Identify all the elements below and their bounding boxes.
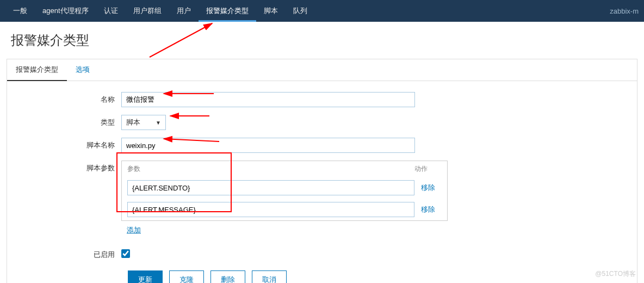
add-param-link[interactable]: 添加: [121, 221, 146, 239]
nav-item-media-types[interactable]: 报警媒介类型: [199, 0, 256, 22]
param-remove-link-0[interactable]: 移除: [421, 183, 442, 193]
param-remove-link-1[interactable]: 移除: [421, 205, 442, 214]
nav-item-scripts[interactable]: 脚本: [256, 0, 286, 22]
nav-hostname: zabbix-m: [610, 7, 639, 15]
tabs-bar: 报警媒介类型 选项: [7, 59, 637, 81]
form-area: 名称 类型 脚本 ▼ 脚本名称 脚本参数: [7, 81, 637, 283]
params-header-action: 动作: [414, 164, 442, 174]
watermark: @51CTO博客: [595, 269, 636, 279]
update-button[interactable]: 更新: [128, 270, 163, 283]
nav-item-users[interactable]: 用户: [169, 0, 199, 22]
content-panel: 报警媒介类型 选项 名称 类型 脚本 ▼ 脚本名称: [7, 59, 637, 283]
script-params-label: 脚本参数: [7, 161, 121, 173]
script-name-label: 脚本名称: [7, 138, 121, 150]
button-row: 更新 克隆 删除 取消: [128, 270, 637, 283]
name-input[interactable]: [121, 92, 415, 107]
clone-button[interactable]: 克隆: [169, 270, 204, 283]
nav-item-agent-proxy[interactable]: agent代理程序: [35, 0, 96, 22]
chevron-down-icon: ▼: [156, 120, 161, 126]
nav-item-queue[interactable]: 队列: [286, 0, 315, 22]
nav-item-auth[interactable]: 认证: [96, 0, 126, 22]
param-row: 移除: [122, 199, 447, 220]
top-navigation: 一般 agent代理程序 认证 用户群组 用户 报警媒介类型 脚本 队列 zab…: [0, 0, 644, 22]
name-label: 名称: [7, 92, 121, 104]
param-input-0[interactable]: [127, 180, 414, 195]
nav-item-general[interactable]: 一般: [5, 0, 35, 22]
params-table: 参数 动作 移除 移除: [121, 161, 448, 221]
type-select[interactable]: 脚本 ▼: [121, 115, 166, 130]
params-header-param: 参数: [127, 164, 414, 174]
enabled-checkbox[interactable]: [121, 249, 130, 258]
delete-button[interactable]: 删除: [210, 270, 245, 283]
param-row: 移除: [122, 177, 447, 199]
type-label: 类型: [7, 115, 121, 127]
script-name-input[interactable]: [121, 138, 415, 153]
enabled-label: 已启用: [7, 247, 121, 260]
param-input-1[interactable]: [127, 202, 414, 217]
tab-options[interactable]: 选项: [67, 59, 98, 81]
type-select-value: 脚本: [126, 118, 140, 127]
nav-item-user-groups[interactable]: 用户群组: [126, 0, 169, 22]
page-title: 报警媒介类型: [0, 22, 644, 59]
cancel-button[interactable]: 取消: [252, 270, 287, 283]
tab-media-type[interactable]: 报警媒介类型: [7, 59, 67, 81]
